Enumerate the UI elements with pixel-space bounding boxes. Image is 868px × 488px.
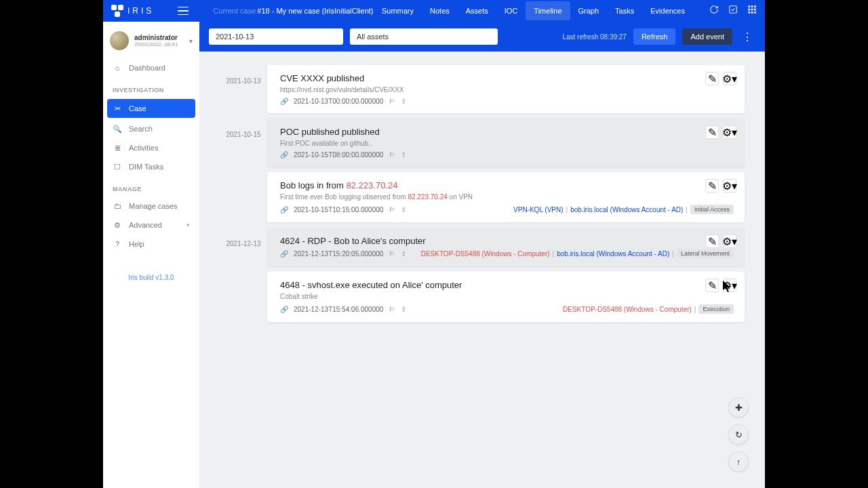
- edit-button[interactable]: ✎: [705, 179, 719, 192]
- date-filter-input[interactable]: [209, 28, 343, 45]
- account-tag[interactable]: bob.iris.local (Windows Account - AD): [557, 250, 669, 258]
- options-button[interactable]: ⚙▾: [723, 125, 736, 139]
- tab-assets[interactable]: Assets: [458, 1, 496, 20]
- event-timestamp: 2021-10-15T10:15:00.000000: [294, 206, 383, 214]
- options-button[interactable]: ⚙▾: [723, 72, 736, 85]
- sliders-icon: ⚙: [113, 220, 122, 230]
- tab-ioc[interactable]: IOC: [496, 1, 526, 20]
- event-card[interactable]: ✎ ⚙▾ POC published published First POC a…: [267, 119, 745, 167]
- event-timestamp: 2021-12-13T15:54:06.000000: [294, 306, 383, 313]
- more-menu-icon[interactable]: ⋮: [739, 30, 755, 43]
- svg-rect-4: [748, 9, 750, 11]
- chevron-down-icon: ▾: [186, 222, 190, 228]
- sidebar: administrator 25/02/2022, 08:41 ▾ ⌂Dashb…: [103, 22, 199, 488]
- current-case-name[interactable]: #18 - My new case (IrisInitialClient): [257, 7, 373, 15]
- event-card[interactable]: ✎ ⚙▾ 4648 - svhost.exe executed on Alice…: [267, 272, 745, 322]
- check-icon[interactable]: [728, 5, 738, 17]
- flag-icon[interactable]: 🏳: [389, 151, 395, 159]
- event-title: 4624 - RDP - Bob to Alice's computer: [280, 236, 734, 246]
- event-card[interactable]: ✎ ⚙▾ 4624 - RDP - Bob to Alice's compute…: [267, 228, 745, 266]
- tab-tasks[interactable]: Tasks: [607, 1, 642, 20]
- asset-tag[interactable]: VPN-KQL (VPN): [513, 206, 564, 214]
- options-button[interactable]: ⚙▾: [723, 179, 736, 192]
- add-event-button[interactable]: Add event: [682, 28, 732, 45]
- event-card[interactable]: ✎ ⚙▾ Bob logs in from 82.223.70.24 First…: [267, 172, 745, 222]
- edit-button[interactable]: ✎: [705, 125, 719, 139]
- sidebar-item-activities[interactable]: ≣Activities: [103, 138, 199, 157]
- add-float-button[interactable]: ✚: [728, 397, 749, 418]
- event-timestamp: 2021-10-15T08:00:00.000000: [294, 151, 383, 159]
- tasks-icon: ☐: [113, 162, 122, 171]
- sidebar-item-dashboard[interactable]: ⌂Dashboard: [103, 58, 199, 77]
- event-title: 4648 - svhost.exe executed on Alice' com…: [280, 280, 734, 290]
- sidebar-item-case[interactable]: ✂Case: [107, 99, 195, 118]
- avatar: [110, 31, 129, 50]
- share-icon[interactable]: ⇪: [401, 250, 406, 258]
- share-icon[interactable]: ⇪: [401, 306, 406, 313]
- svg-rect-3: [754, 5, 756, 7]
- flag-icon[interactable]: 🏳: [389, 306, 395, 313]
- share-icon[interactable]: ⇪: [401, 98, 406, 105]
- tab-summary[interactable]: Summary: [374, 1, 422, 20]
- sidebar-item-search[interactable]: 🔍Search: [103, 119, 199, 138]
- sidebar-section-manage: MANAGE: [103, 176, 199, 197]
- event-title: POC published published: [280, 127, 734, 137]
- share-icon[interactable]: ⇪: [401, 151, 406, 159]
- tab-timeline[interactable]: Timeline: [526, 1, 570, 20]
- category-tag: Lateral Movement: [677, 249, 734, 258]
- edit-button[interactable]: ✎: [705, 72, 719, 85]
- sidebar-item-help[interactable]: ?Help: [103, 235, 199, 253]
- asset-tag[interactable]: DESKTOP-DS5488 (Windows - Computer): [563, 306, 692, 313]
- folder-icon: 🗀: [113, 201, 122, 211]
- flag-icon[interactable]: 🏳: [389, 98, 395, 105]
- asset-tag[interactable]: DESKTOP-DS5488 (Windows - Computer): [421, 250, 550, 258]
- svg-rect-2: [751, 5, 753, 7]
- scroll-top-button[interactable]: ↑: [728, 451, 749, 472]
- link-icon: 🔗: [280, 306, 288, 313]
- event-card[interactable]: ✎ ⚙▾ CVE XXXX published https://nvd.nist…: [267, 65, 745, 113]
- svg-rect-8: [751, 12, 753, 14]
- event-subtitle: First POC available on github..: [280, 140, 734, 147]
- sidebar-item-advanced[interactable]: ⚙Advanced▾: [103, 216, 199, 235]
- options-button[interactable]: ⚙▾: [723, 279, 736, 292]
- build-version[interactable]: Iris build v1.3.0: [103, 274, 199, 281]
- search-icon: 🔍: [113, 124, 122, 134]
- flag-icon[interactable]: 🏳: [389, 206, 395, 214]
- user-menu[interactable]: administrator 25/02/2022, 08:41 ▾: [103, 27, 199, 58]
- asset-filter-select[interactable]: [350, 28, 498, 45]
- current-case-label: Current case: [213, 7, 256, 15]
- tab-notes[interactable]: Notes: [422, 1, 458, 20]
- tab-graph[interactable]: Graph: [570, 1, 608, 20]
- refresh-button[interactable]: Refresh: [633, 28, 676, 45]
- options-button[interactable]: ⚙▾: [723, 235, 736, 248]
- event-timestamp: 2021-10-13T00:00:00.000000: [294, 98, 383, 105]
- edit-button[interactable]: ✎: [705, 235, 719, 248]
- help-icon: ?: [113, 239, 122, 249]
- apps-icon[interactable]: [747, 5, 757, 17]
- home-icon: ⌂: [113, 63, 122, 73]
- flag-icon[interactable]: 🏳: [389, 250, 395, 258]
- share-icon[interactable]: ⇪: [401, 206, 406, 214]
- sidebar-item-managecases[interactable]: 🗀Manage cases: [103, 197, 199, 216]
- sidebar-toggle[interactable]: [178, 7, 189, 15]
- reload-icon[interactable]: [709, 5, 719, 17]
- event-subtitle: Cobalt strike: [280, 293, 734, 300]
- sidebar-item-dimtasks[interactable]: ☐DIM Tasks: [103, 157, 199, 176]
- account-tag[interactable]: bob.iris.local (Windows Account - AD): [570, 206, 683, 214]
- svg-rect-9: [754, 12, 756, 14]
- event-subtitle: https://nvd.nist.gov/vuln/details/CVE/XX…: [280, 86, 734, 94]
- last-refresh-label: Last refresh 08:39:27: [562, 33, 627, 41]
- category-tag: Initial Access: [690, 205, 734, 214]
- tab-evidences[interactable]: Evidences: [642, 1, 693, 20]
- svg-rect-6: [754, 9, 756, 11]
- svg-rect-7: [748, 12, 750, 14]
- event-title: CVE XXXX published: [280, 73, 734, 83]
- refresh-float-button[interactable]: ↻: [728, 424, 749, 445]
- edit-button[interactable]: ✎: [705, 279, 719, 292]
- case-icon: ✂: [113, 104, 122, 113]
- user-name: administrator: [134, 34, 178, 41]
- sidebar-section-investigation: INVESTIGATION: [103, 77, 199, 98]
- timeline-date: 2021-10-13: [220, 65, 267, 113]
- event-title: Bob logs in from 82.223.70.24: [280, 180, 734, 190]
- timeline-date: 2021-12-13: [220, 228, 267, 322]
